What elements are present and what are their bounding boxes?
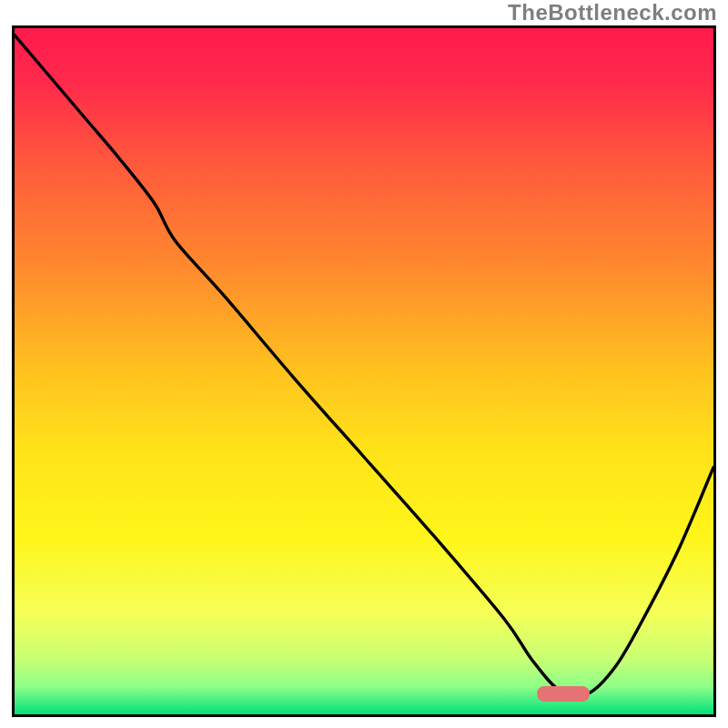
optimal-marker <box>537 686 590 702</box>
chart-area <box>12 25 716 717</box>
bottleneck-curve <box>15 28 713 714</box>
attribution-text: TheBottleneck.com <box>508 0 717 25</box>
